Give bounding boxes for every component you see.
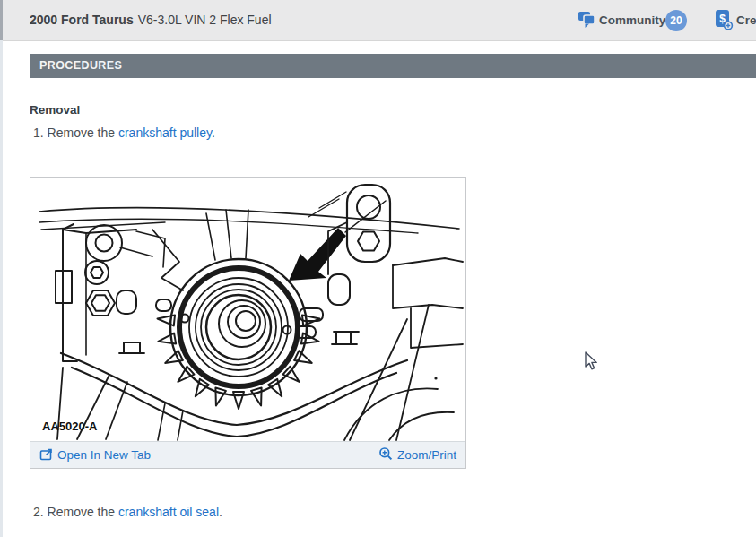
community-button[interactable]: Community — [599, 0, 665, 40]
step-2-number: 2. — [33, 505, 44, 519]
open-in-new-tab-label: Open In New Tab — [57, 448, 151, 462]
figure-card: AA5020-A Open In New Tab — [30, 177, 466, 469]
mouse-cursor-icon — [585, 351, 599, 375]
removal-heading: Removal — [30, 103, 80, 117]
top-bar: 2000 Ford TaurusV6-3.0L VIN 2 Flex Fuel … — [3, 0, 756, 41]
zoom-plus-icon — [378, 446, 393, 463]
community-chat-icon[interactable] — [578, 11, 596, 32]
step-1-text: Remove the — [48, 126, 118, 140]
credits-button[interactable]: Cre — [736, 0, 756, 40]
step-1: 1. Remove the crankshaft pulley. — [33, 126, 215, 140]
vehicle-title-bold: 2000 Ford Taurus — [30, 13, 134, 27]
procedures-section-label: PROCEDURES — [30, 54, 756, 78]
left-edge-strip-bottom — [0, 40, 3, 537]
credits-dollar-tag-icon[interactable]: $ — [714, 9, 734, 35]
vehicle-title: 2000 Ford TaurusV6-3.0L VIN 2 Flex Fuel — [30, 0, 272, 40]
figure-footer: Open In New Tab Zoom/Print — [30, 441, 465, 468]
step-2-text: Remove the — [48, 505, 118, 519]
zoom-print-label: Zoom/Print — [397, 448, 456, 462]
vehicle-title-rest: V6-3.0L VIN 2 Flex Fuel — [138, 13, 272, 27]
procedures-section-header[interactable]: PROCEDURES — [30, 54, 756, 78]
community-count-badge[interactable]: 20 — [665, 10, 687, 31]
step-1-period: . — [212, 126, 215, 140]
open-in-new-tab-icon — [39, 447, 53, 463]
step-2: 2. Remove the crankshaft oil seal. — [33, 505, 222, 519]
zoom-print-link[interactable]: Zoom/Print — [378, 446, 456, 463]
open-in-new-tab-link[interactable]: Open In New Tab — [39, 447, 151, 463]
crankshaft-pulley-diagram: AA5020-A — [30, 178, 464, 441]
crankshaft-pulley-link[interactable]: crankshaft pulley — [118, 126, 212, 140]
step-1-number: 1. — [33, 126, 44, 140]
crankshaft-oil-seal-link[interactable]: crankshaft oil seal — [118, 505, 219, 519]
figure-label: AA5020-A — [42, 420, 97, 433]
step-2-period: . — [219, 505, 222, 519]
